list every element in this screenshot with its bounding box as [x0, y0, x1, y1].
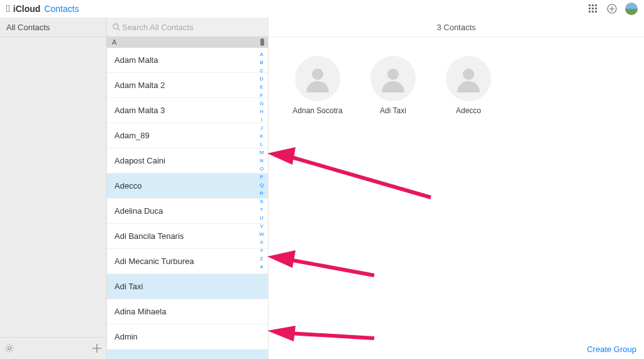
svg-rect-2	[595, 4, 597, 6]
contact-row[interactable]: Adam Malta 3	[107, 98, 268, 123]
alpha-index-letter[interactable]: X	[260, 238, 263, 246]
alpha-index-letter[interactable]: M	[260, 148, 264, 157]
selected-contact[interactable]: Adecco	[438, 56, 499, 115]
svg-marker-15	[267, 147, 296, 165]
contact-row[interactable]: Adina Mihaela	[107, 299, 268, 324]
alpha-index-letter[interactable]: F	[260, 91, 264, 99]
search-input[interactable]	[121, 22, 263, 33]
alpha-index-letter[interactable]: W	[259, 230, 264, 238]
contact-row[interactable]: Adecco	[107, 174, 268, 199]
contact-list-panel: A Adam MaltaAdam Malta 2Adam Malta 3Adam…	[107, 18, 269, 359]
contact-row-label: Adapost Caini	[114, 156, 165, 165]
detail-header-label: 3 Contacts	[436, 23, 475, 32]
alpha-index-letter[interactable]: Z	[260, 255, 264, 263]
contact-row[interactable]: Adnan Socotra	[107, 350, 268, 359]
sidebar-footer	[0, 337, 106, 359]
alpha-index-letter[interactable]: D	[260, 75, 264, 83]
list-section-letter: A	[112, 38, 116, 46]
top-bar:  iCloud Contacts	[0, 0, 644, 18]
alpha-index-letter[interactable]: N	[260, 157, 264, 165]
search-icon	[112, 23, 121, 31]
svg-rect-5	[595, 8, 597, 9]
svg-point-14	[463, 69, 474, 80]
svg-point-10	[8, 347, 11, 350]
search-bar[interactable]	[107, 18, 268, 36]
svg-rect-1	[592, 4, 594, 6]
alpha-index-letter[interactable]: T	[260, 206, 264, 214]
detail-header: 3 Contacts	[269, 18, 644, 37]
alpha-index-letter[interactable]: E	[260, 83, 263, 91]
scroll-pill[interactable]	[260, 38, 264, 46]
alpha-index-letter[interactable]: O	[260, 165, 264, 173]
sidebar-group-all-contacts[interactable]: All Contacts	[0, 18, 106, 37]
alpha-index-letter[interactable]: C	[260, 67, 264, 75]
create-group-label: Create Group	[587, 345, 636, 354]
contact-row-label: Adi Bancila Tenaris	[114, 231, 184, 241]
svg-marker-16	[267, 250, 296, 268]
alpha-index-letter[interactable]: G	[260, 99, 264, 108]
plus-icon[interactable]	[91, 343, 103, 354]
apple-logo-icon: 	[6, 3, 10, 14]
svg-rect-6	[589, 11, 591, 13]
svg-rect-3	[589, 8, 591, 9]
alpha-index-letter[interactable]: B	[260, 58, 263, 67]
contact-row[interactable]: Adam_89	[107, 123, 268, 148]
svg-rect-7	[592, 11, 594, 13]
alphabet-index[interactable]: ABCDEFGHIJKLMNOPQRSTUVWXYZ#	[257, 50, 266, 271]
alpha-index-letter[interactable]: #	[260, 263, 263, 271]
brand-os: iCloud	[13, 4, 41, 14]
svg-point-11	[113, 24, 118, 29]
contact-row[interactable]: Adam Malta	[107, 48, 268, 73]
user-avatar[interactable]	[625, 3, 638, 15]
contact-row[interactable]: Admin	[107, 324, 268, 350]
svg-point-12	[312, 69, 323, 80]
svg-rect-4	[592, 8, 594, 9]
list-section-header: A	[107, 36, 268, 48]
alpha-index-letter[interactable]: U	[260, 214, 264, 222]
contact-row[interactable]: Adapost Caini	[107, 148, 268, 174]
alpha-index-letter[interactable]: Q	[260, 181, 264, 189]
alpha-index-letter[interactable]: L	[260, 140, 263, 148]
contact-list: Adam MaltaAdam Malta 2Adam Malta 3Adam_8…	[107, 48, 268, 359]
annotation-arrow-3	[267, 326, 380, 348]
selected-contact-avatars: Adnan SocotraAdi TaxiAdecco	[287, 56, 644, 115]
brand[interactable]:  iCloud Contacts	[6, 3, 79, 14]
contact-row-label: Adi Mecanic Turburea	[114, 257, 194, 266]
alpha-index-letter[interactable]: A	[260, 50, 263, 58]
contact-row[interactable]: Adi Bancila Tenaris	[107, 224, 268, 249]
add-circle-icon[interactable]	[605, 2, 619, 16]
contact-row-label: Admin	[114, 332, 138, 341]
selected-contact-name: Adnan Socotra	[292, 106, 342, 115]
alpha-index-letter[interactable]: I	[261, 116, 262, 124]
contact-row-label: Adam Malta 3	[114, 106, 165, 115]
selected-contact-name: Adecco	[456, 106, 481, 115]
annotation-arrow-2	[267, 250, 380, 282]
selected-contact[interactable]: Adi Taxi	[363, 56, 423, 115]
alpha-index-letter[interactable]: P	[260, 173, 263, 181]
contact-row-label: Adelina Duca	[114, 206, 163, 216]
contact-row[interactable]: Adelina Duca	[107, 199, 268, 224]
create-group-button[interactable]: Create Group	[587, 345, 636, 354]
person-silhouette-icon	[295, 56, 340, 101]
alpha-index-letter[interactable]: V	[260, 222, 263, 230]
selected-contact-name: Adi Taxi	[380, 106, 406, 115]
alpha-index-letter[interactable]: J	[260, 124, 263, 132]
alpha-index-letter[interactable]: R	[260, 189, 264, 197]
contact-row-label: Adi Taxi	[114, 282, 143, 291]
gear-icon[interactable]	[4, 343, 15, 354]
contact-row-label: Adam Malta 2	[114, 80, 165, 90]
alpha-index-letter[interactable]: K	[260, 132, 263, 140]
selected-contact[interactable]: Adnan Socotra	[287, 56, 348, 115]
alpha-index-letter[interactable]: Y	[260, 246, 263, 255]
contact-row[interactable]: Adi Mecanic Turburea	[107, 249, 268, 274]
svg-marker-17	[267, 326, 296, 341]
contact-row[interactable]: Adam Malta 2	[107, 73, 268, 98]
contact-row[interactable]: Adi Taxi	[107, 274, 268, 299]
contact-row-label: Adam_89	[114, 131, 150, 140]
detail-panel: 3 Contacts Adnan SocotraAdi TaxiAdecco C…	[269, 18, 644, 359]
brand-app: Contacts	[44, 4, 79, 14]
alpha-index-letter[interactable]: H	[260, 108, 264, 116]
app-grid-icon[interactable]	[586, 2, 600, 16]
annotation-arrow-1	[267, 147, 443, 204]
alpha-index-letter[interactable]: S	[260, 197, 263, 206]
